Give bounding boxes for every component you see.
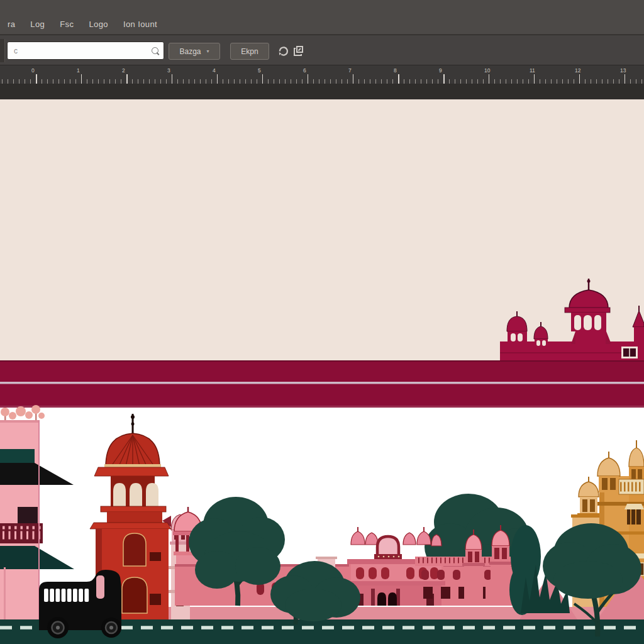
- ruler-label: 3: [167, 67, 213, 74]
- ruler-label: 1: [77, 67, 122, 74]
- ruler-label: 7: [348, 67, 394, 74]
- ruler-label: 5: [258, 67, 303, 74]
- illustration-canvas[interactable]: [0, 99, 644, 644]
- ruler-label: 4: [213, 67, 258, 74]
- refresh-icon[interactable]: [275, 43, 291, 58]
- menu-item[interactable]: Ion Iount: [116, 18, 165, 30]
- export-icon[interactable]: [291, 43, 306, 58]
- menu-item[interactable]: Fsc: [52, 18, 81, 30]
- menu-item[interactable]: Logo: [81, 18, 116, 30]
- ruler-label: 12: [575, 67, 620, 74]
- ruler-label: 8: [394, 67, 439, 74]
- menu-item[interactable]: ra: [0, 18, 23, 30]
- ruler-label: 10: [484, 67, 530, 74]
- ruler-label: 2: [122, 67, 167, 74]
- horizontal-ruler[interactable]: 012345678910111213: [0, 65, 644, 84]
- ruler-label: 6: [303, 67, 348, 74]
- chevron-down-icon: ▾: [207, 48, 209, 54]
- artboard: [0, 99, 644, 644]
- ruler-label: 13: [620, 67, 644, 74]
- action-button[interactable]: Ekpn: [230, 43, 269, 60]
- search-input[interactable]: [13, 46, 152, 56]
- search-icon: [152, 47, 158, 54]
- action-button-label: Ekpn: [241, 47, 258, 56]
- ruler-shadow-strip: [0, 84, 644, 99]
- divider-band: [0, 360, 644, 408]
- ruler-label: 9: [439, 67, 484, 74]
- menu-item[interactable]: Log: [23, 18, 52, 30]
- dropdown-button[interactable]: Bazga ▾: [169, 43, 220, 60]
- search-box[interactable]: [7, 42, 164, 60]
- beige-sky: [0, 99, 644, 360]
- dropdown-button-label: Bazga: [179, 47, 201, 56]
- menu-bar: ra Log Fsc Logo Ion Iount: [0, 0, 644, 35]
- ruler-label: 0: [31, 67, 77, 74]
- ruler-labels: 012345678910111213: [31, 67, 644, 74]
- tool-panel-edge: [0, 39, 5, 62]
- ruler-label: 11: [530, 67, 575, 74]
